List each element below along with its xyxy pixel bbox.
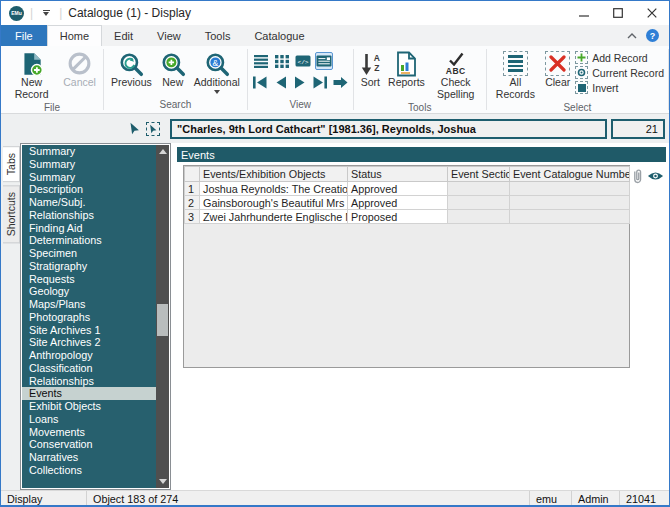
scroll-up-icon[interactable]: [156, 145, 169, 158]
row-number-header: [185, 167, 200, 182]
check-spelling-button[interactable]: ABC Check Spelling: [430, 49, 482, 102]
cell-status[interactable]: Approved: [348, 196, 448, 210]
quick-access-dropdown-icon[interactable]: [39, 7, 53, 19]
side-tab-tabs[interactable]: Tabs: [3, 146, 20, 182]
cell-object[interactable]: Joshua Reynolds: The Creation of C...: [200, 182, 348, 196]
row-number[interactable]: 3: [185, 210, 200, 224]
new-search-button[interactable]: New: [157, 49, 189, 90]
cell-object[interactable]: Zwei Jahrhunderte Englische Malerei...: [200, 210, 348, 224]
collapse-ribbon-icon[interactable]: [626, 31, 638, 40]
column-header-objects[interactable]: Events/Exhibition Objects: [200, 167, 348, 182]
view-list-button[interactable]: [252, 52, 270, 70]
tab-item-exhibit-objects[interactable]: Exhibit Objects: [22, 400, 156, 413]
tab-item-relationships-1[interactable]: Relationships: [22, 209, 156, 222]
last-record-button[interactable]: [312, 74, 329, 90]
all-records-icon: [503, 50, 528, 77]
tab-item-loans[interactable]: Loans: [22, 413, 156, 426]
minimize-icon: [579, 8, 589, 18]
current-record-button[interactable]: Current Record: [575, 66, 664, 79]
first-record-icon: [252, 76, 268, 89]
previous-record-button[interactable]: [272, 74, 289, 90]
close-button[interactable]: [635, 1, 669, 25]
scrollbar-thumb[interactable]: [157, 304, 168, 336]
code-view-icon: </>: [295, 54, 311, 68]
cell-object[interactable]: Gainsborough's Beautiful Mrs Graha...: [200, 196, 348, 210]
view-details-button[interactable]: [315, 52, 333, 70]
previous-search-button[interactable]: Previous: [108, 49, 155, 90]
tab-home[interactable]: Home: [47, 25, 102, 46]
tab-item-name-subj[interactable]: Name/Subj.: [22, 196, 156, 209]
reports-button[interactable]: Reports: [385, 49, 428, 90]
maximize-button[interactable]: [601, 1, 635, 25]
table-row[interactable]: 2 Gainsborough's Beautiful Mrs Graha... …: [185, 196, 630, 210]
sort-button[interactable]: AZ Sort: [358, 49, 383, 90]
tab-item-requests[interactable]: Requests: [22, 273, 156, 286]
cell-status[interactable]: Approved: [348, 182, 448, 196]
tab-item-narratives[interactable]: Narratives: [22, 451, 156, 464]
cell-event-section: [448, 196, 510, 210]
column-header-status[interactable]: Status: [348, 167, 448, 182]
view-grid-button[interactable]: [273, 52, 291, 70]
tab-item-photographs[interactable]: Photographs: [22, 311, 156, 324]
tab-item-conservation[interactable]: Conservation: [22, 438, 156, 451]
scroll-down-icon[interactable]: [156, 475, 169, 488]
tab-item-finding-aid[interactable]: Finding Aid: [22, 222, 156, 235]
tab-item-maps-plans[interactable]: Maps/Plans: [22, 298, 156, 311]
tab-item-summary-2[interactable]: Summary: [22, 158, 156, 171]
row-number[interactable]: 1: [185, 182, 200, 196]
row-number[interactable]: 2: [185, 196, 200, 210]
attachment-icon[interactable]: [631, 167, 644, 185]
new-record-button[interactable]: New Record: [5, 49, 58, 102]
tab-item-geology[interactable]: Geology: [22, 285, 156, 298]
tab-item-site-archives-1[interactable]: Site Archives 1: [22, 324, 156, 337]
ribbon-group-view: </>: [248, 46, 353, 113]
first-record-button[interactable]: [252, 74, 269, 90]
tab-item-summary-1[interactable]: Summary: [22, 145, 156, 158]
pointer-tool-button[interactable]: [127, 121, 142, 136]
tab-item-anthropology[interactable]: Anthropology: [22, 349, 156, 362]
view-code-button[interactable]: </>: [294, 52, 312, 70]
all-records-button[interactable]: All Records: [491, 49, 541, 102]
tab-file[interactable]: File: [1, 25, 47, 46]
tab-item-summary-3[interactable]: Summary: [22, 171, 156, 184]
new-search-icon: [160, 50, 186, 77]
view-attachment-eye-icon[interactable]: [647, 170, 664, 182]
tab-item-classification[interactable]: Classification: [22, 362, 156, 375]
tab-item-events[interactable]: Events: [22, 387, 156, 400]
pointer-icon: [129, 122, 141, 135]
reports-label: Reports: [388, 77, 425, 89]
sidebar-scrollbar[interactable]: [156, 145, 169, 488]
minimize-button[interactable]: [567, 1, 601, 25]
help-icon[interactable]: ?: [646, 29, 659, 42]
tab-edit[interactable]: Edit: [102, 25, 145, 46]
tab-item-determinations[interactable]: Determinations: [22, 234, 156, 247]
tab-view[interactable]: View: [145, 25, 193, 46]
tab-tools[interactable]: Tools: [193, 25, 243, 46]
clear-selection-button[interactable]: Clear: [542, 49, 573, 90]
add-record-button[interactable]: Add Record: [575, 51, 664, 64]
tab-item-specimen[interactable]: Specimen: [22, 247, 156, 260]
cancel-button[interactable]: Cancel: [60, 49, 99, 90]
side-tab-shortcuts[interactable]: Shortcuts: [3, 185, 20, 243]
select-region-button[interactable]: [146, 122, 160, 136]
table-row[interactable]: 3 Zwei Jahrhunderte Englische Malerei...…: [185, 210, 630, 224]
next-record-button[interactable]: [292, 74, 309, 90]
tab-item-movements[interactable]: Movements: [22, 426, 156, 439]
tab-item-collections[interactable]: Collections: [22, 464, 156, 477]
column-header-event-catalogue-number[interactable]: Event Catalogue Number: [510, 167, 630, 182]
table-row[interactable]: 1 Joshua Reynolds: The Creation of C... …: [185, 182, 630, 196]
cell-status[interactable]: Proposed: [348, 210, 448, 224]
additional-search-button[interactable]: & Additional: [191, 49, 243, 95]
tab-item-stratigraphy[interactable]: Stratigraphy: [22, 260, 156, 273]
invert-selection-button[interactable]: Invert: [575, 81, 664, 94]
goto-record-button[interactable]: [332, 74, 349, 90]
tab-item-relationships-2[interactable]: Relationships: [22, 375, 156, 388]
cell-event-catalogue-number: [510, 182, 630, 196]
tab-item-site-archives-2[interactable]: Site Archives 2: [22, 336, 156, 349]
tab-catalogue[interactable]: Catalogue: [242, 25, 316, 46]
status-bar: Display Object 183 of 274 emu Admin 2104…: [1, 490, 669, 506]
maximize-icon: [613, 8, 623, 18]
tab-item-description[interactable]: Description: [22, 183, 156, 196]
column-header-event-section[interactable]: Event Section: [448, 167, 510, 182]
scrollbar-track[interactable]: [156, 158, 169, 475]
